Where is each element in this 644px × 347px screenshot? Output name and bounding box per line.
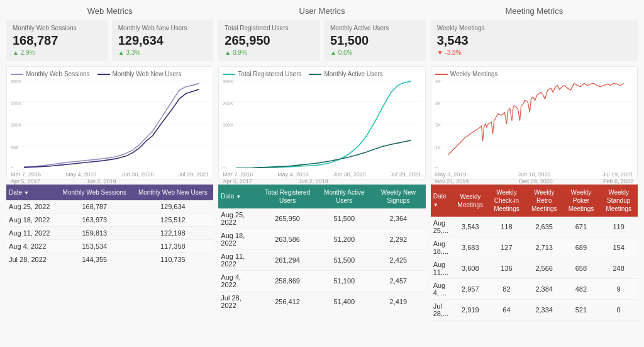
user-x-labels: Mar 7, 2016 May 4, 2018 Jun 30, 2020 Jul… (223, 171, 421, 178)
table-row: Aug 4, 2022153,534117,358 (6, 240, 213, 253)
web-col-new-users[interactable]: Monthly Web New Users (132, 185, 213, 200)
user-metrics-section: User Metrics Total Registered Users 265,… (218, 6, 425, 179)
svg-text:1K: 1K (435, 145, 441, 151)
meeting-metrics-section: Meeting Metrics Weekly Meetings 3,543 ▼ … (431, 6, 638, 179)
svg-text:4K: 4K (435, 80, 441, 84)
meeting-chart-legend: Weekly Meetings (435, 71, 633, 77)
user-legend-active: Monthly Active Users (309, 71, 382, 77)
total-users-value: 265,950 (225, 33, 314, 48)
web-new-users-change: ▲ 3.3% (118, 49, 208, 56)
svg-text:100K: 100K (223, 122, 233, 128)
meeting-col-date[interactable]: Date ▼ (431, 185, 453, 217)
user-chart-area: Total Registered Users Monthly Active Us… (218, 66, 425, 179)
active-users-change: ▲ 0.6% (330, 49, 419, 56)
meeting-col-standup[interactable]: Weekly Standup Meetings (599, 185, 638, 217)
meeting-x-labels-2: Nov 21, 2019 Dec 29, 2020 Feb 6, 2022 (435, 178, 633, 185)
web-chart-area: Monthly Web Sessions Monthly Web New Use… (6, 66, 213, 179)
total-users-change: ▲ 0.9% (225, 49, 314, 56)
table-row: Aug 4, 2022258,86951,1002,457 (218, 271, 425, 292)
table-row: Jul 28,...2,919642,3345210 (431, 300, 638, 321)
weekly-meetings-label: Weekly Meetings (437, 25, 631, 31)
meeting-kpi-row: Weekly Meetings 3,543 ▼ -3.8% (431, 20, 638, 61)
weekly-meetings-value: 3,543 (437, 33, 631, 48)
web-col-date[interactable]: Date ▼ (6, 185, 57, 200)
svg-text:50K: 50K (11, 145, 19, 151)
table-row: Aug 18, 2022263,58651,2002,292 (218, 229, 425, 250)
user-table: Date ▼ Total Registered Users Monthly Ac… (218, 185, 425, 312)
weekly-meetings-change: ▼ -3.8% (437, 49, 631, 56)
table-row: Aug 18, 2022163,973125,512 (6, 213, 213, 227)
active-users-label: Monthly Active Users (330, 25, 419, 31)
table-row: Aug 25, 2022168,787129,634 (6, 200, 213, 213)
meeting-col-weekly[interactable]: Weekly Meetings (453, 185, 487, 217)
meeting-table: Date ▼ Weekly Meetings Weekly Check-in M… (431, 185, 638, 321)
table-row: Aug 4, ...2,957822,3844829 (431, 279, 638, 300)
user-x-labels-2: Apr 5, 2017 Jun 2, 2019 (223, 178, 421, 185)
web-sessions-kpi: Monthly Web Sessions 168,787 ▲ 2.9% (6, 20, 108, 61)
web-x-labels: Mar 7, 2016 May 4, 2018 Jun 30, 2020 Jul… (11, 171, 209, 178)
dashboard: Web Metrics Monthly Web Sessions 168,787… (0, 0, 644, 347)
web-legend-new-users: Monthly Web New Users (97, 71, 182, 77)
web-col-sessions[interactable]: Monthly Web Sessions (57, 185, 132, 200)
meeting-chart-svg: 4K 3K 2K 1K 0 (435, 80, 633, 168)
user-col-active[interactable]: Monthly Active Users (318, 185, 372, 208)
web-chart-legend: Monthly Web Sessions Monthly Web New Use… (11, 71, 209, 77)
total-users-label: Total Registered Users (225, 25, 314, 31)
web-sessions-change: ▲ 2.9% (13, 49, 102, 56)
meeting-x-labels: May 3, 2019 Jun 10, 2020 Jul 19, 2021 (435, 171, 633, 178)
user-col-total[interactable]: Total Registered Users (258, 185, 318, 208)
user-chart-svg: 300K 200K 100K 0 (223, 80, 421, 168)
user-col-date[interactable]: Date ▼ (218, 185, 257, 208)
table-row: Aug 18,...3,6831272,713689154 (431, 237, 638, 258)
user-legend-total: Total Registered Users (223, 71, 301, 77)
web-metrics-section: Web Metrics Monthly Web Sessions 168,787… (6, 6, 213, 179)
user-chart-legend: Total Registered Users Monthly Active Us… (223, 71, 421, 77)
web-table: Date ▼ Monthly Web Sessions Monthly Web … (6, 185, 213, 266)
web-table-section: Date ▼ Monthly Web Sessions Monthly Web … (6, 185, 213, 321)
metrics-sections: Web Metrics Monthly Web Sessions 168,787… (6, 6, 638, 179)
total-users-kpi: Total Registered Users 265,950 ▲ 0.9% (218, 20, 320, 61)
svg-text:0: 0 (223, 166, 225, 168)
user-metrics-title: User Metrics (218, 6, 425, 16)
table-row: Jul 28, 2022144,355110,735 (6, 253, 213, 266)
table-row: Aug 11,...3,6081362,566658248 (431, 258, 638, 279)
svg-text:150K: 150K (11, 101, 21, 106)
web-sessions-label: Monthly Web Sessions (13, 25, 102, 31)
table-row: Aug 11, 2022159,813122,198 (6, 227, 213, 240)
web-kpi-row: Monthly Web Sessions 168,787 ▲ 2.9% Mont… (6, 20, 213, 61)
web-new-users-value: 129,634 (118, 33, 208, 48)
web-new-users-label: Monthly Web New Users (118, 25, 208, 31)
svg-text:200K: 200K (11, 80, 21, 84)
meeting-table-section: Date ▼ Weekly Meetings Weekly Check-in M… (431, 185, 638, 321)
user-col-signups[interactable]: Weekly New Signups (371, 185, 426, 208)
meeting-col-checkin[interactable]: Weekly Check-in Meetings (487, 185, 526, 217)
weekly-meetings-kpi: Weekly Meetings 3,543 ▼ -3.8% (431, 20, 638, 61)
active-users-value: 51,500 (330, 33, 419, 48)
user-kpi-row: Total Registered Users 265,950 ▲ 0.9% Mo… (218, 20, 425, 61)
table-row: Jul 28, 2022256,41251,4002,419 (218, 292, 425, 312)
web-legend-sessions: Monthly Web Sessions (11, 71, 90, 77)
meeting-chart-area: Weekly Meetings 4K 3K 2K 1K 0 (431, 66, 638, 179)
svg-text:300K: 300K (223, 80, 233, 84)
web-new-users-kpi: Monthly Web New Users 129,634 ▲ 3.3% (112, 20, 214, 61)
tables-row: Date ▼ Monthly Web Sessions Monthly Web … (6, 185, 638, 321)
table-row: Aug 25,...3,5431182,635671119 (431, 217, 638, 237)
user-table-section: Date ▼ Total Registered Users Monthly Ac… (218, 185, 425, 321)
table-row: Aug 25, 2022265,95051,5002,364 (218, 208, 425, 229)
meeting-metrics-title: Meeting Metrics (431, 6, 638, 16)
svg-text:200K: 200K (223, 101, 233, 106)
svg-text:0: 0 (11, 166, 13, 168)
web-x-labels-2: Apr 5, 2017 Jun 2, 2019 (11, 178, 209, 185)
web-metrics-title: Web Metrics (6, 6, 213, 16)
web-sessions-value: 168,787 (13, 33, 102, 48)
meeting-legend: Weekly Meetings (435, 71, 498, 77)
svg-text:2K: 2K (435, 122, 441, 128)
svg-text:100K: 100K (11, 122, 21, 128)
table-row: Aug 11, 2022261,29451,5002,425 (218, 250, 425, 271)
svg-text:0: 0 (435, 166, 438, 168)
meeting-col-poker[interactable]: Weekly Poker Meetings (563, 185, 600, 217)
web-chart-svg: 200K 150K 100K 50K 0 (11, 80, 209, 168)
meeting-col-retro[interactable]: Weekly Retro Meetings (526, 185, 563, 217)
active-users-kpi: Monthly Active Users 51,500 ▲ 0.6% (324, 20, 426, 61)
svg-text:3K: 3K (435, 101, 441, 106)
